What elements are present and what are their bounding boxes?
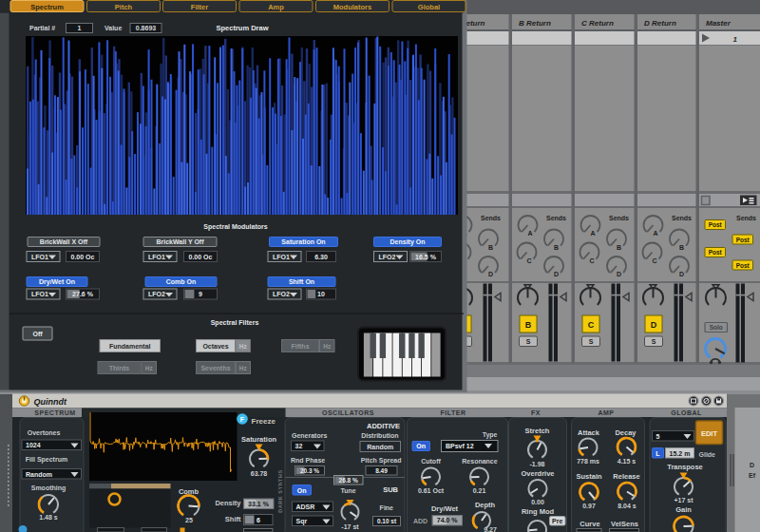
svg-text:27.6 %: 27.6 %	[72, 291, 94, 297]
svg-text:LFO1: LFO1	[148, 254, 165, 260]
svg-text:0.00 Oc: 0.00 Oc	[189, 254, 213, 260]
svg-text:On: On	[297, 487, 307, 494]
svg-text:D: D	[617, 271, 621, 277]
svg-text:10: 10	[317, 291, 325, 297]
svg-text:Sends: Sends	[546, 215, 566, 221]
svg-text:EDIT: EDIT	[701, 429, 718, 438]
svg-text:Pitch: Pitch	[115, 3, 133, 11]
svg-text:Sends: Sends	[609, 215, 629, 221]
svg-text:Hz: Hz	[239, 343, 248, 350]
svg-text:Depth: Depth	[475, 501, 496, 509]
svg-text:Saturation On: Saturation On	[281, 238, 325, 245]
svg-text:Thirds: Thirds	[109, 365, 129, 371]
svg-text:ADSR: ADSR	[296, 504, 315, 510]
svg-text:Quinndt: Quinndt	[34, 397, 67, 407]
svg-text:8.04 s: 8.04 s	[618, 503, 636, 509]
svg-text:16.5 %: 16.5 %	[415, 254, 437, 260]
svg-text:Spectrum: Spectrum	[30, 3, 64, 11]
svg-text:On: On	[416, 443, 426, 449]
svg-text:Post: Post	[736, 262, 750, 269]
svg-text:D: D	[679, 271, 684, 277]
svg-text:FX: FX	[531, 409, 541, 416]
svg-text:Dry/Wet: Dry/Wet	[431, 504, 459, 513]
svg-text:Value: Value	[104, 25, 122, 31]
svg-text:63.78: 63.78	[251, 470, 268, 477]
svg-text:D: D	[651, 320, 657, 330]
svg-text:Octaves: Octaves	[202, 343, 228, 350]
svg-text:Tune: Tune	[340, 487, 355, 494]
svg-text:C Return: C Return	[581, 19, 614, 28]
svg-text:Glide: Glide	[699, 451, 716, 458]
svg-text:-1.98: -1.98	[530, 461, 545, 467]
svg-text:Ef: Ef	[749, 472, 756, 479]
svg-text:LFO2: LFO2	[379, 254, 396, 260]
svg-text:Fill Spectrum: Fill Spectrum	[26, 456, 67, 464]
svg-text:9.27: 9.27	[484, 526, 497, 532]
svg-text:S: S	[526, 338, 531, 345]
svg-text:Hz: Hz	[239, 365, 248, 371]
svg-text:D: D	[488, 271, 493, 277]
svg-text:Sends: Sends	[672, 215, 692, 221]
svg-text:Stretch: Stretch	[525, 427, 550, 435]
svg-text:Distribution: Distribution	[361, 432, 398, 439]
svg-text:Saturation: Saturation	[241, 435, 277, 444]
svg-text:ADD: ADD	[413, 518, 428, 524]
svg-text:15.2 m: 15.2 m	[670, 450, 691, 457]
svg-text:Fifths: Fifths	[291, 343, 309, 350]
svg-text:B: B	[488, 244, 493, 251]
svg-text:Modulators: Modulators	[333, 3, 371, 11]
svg-text:Solo: Solo	[710, 324, 723, 331]
svg-text:Post: Post	[709, 249, 723, 256]
svg-text:1.48 s: 1.48 s	[39, 514, 58, 521]
svg-text:Rnd Phase: Rnd Phase	[291, 457, 325, 464]
svg-text:0.8693: 0.8693	[136, 25, 157, 31]
svg-text:D: D	[554, 271, 559, 277]
svg-text:32: 32	[295, 443, 303, 449]
svg-text:0.00 Oc: 0.00 Oc	[71, 254, 95, 260]
svg-text:778 ms: 778 ms	[577, 458, 599, 465]
svg-text:LFO1: LFO1	[273, 254, 290, 260]
svg-text:C: C	[588, 320, 595, 330]
svg-text:Shift: Shift	[225, 515, 241, 523]
svg-text:6: 6	[256, 517, 260, 523]
svg-text:Hz: Hz	[323, 343, 332, 350]
svg-text:Generators: Generators	[292, 432, 327, 439]
svg-text:Overdrive: Overdrive	[521, 469, 554, 478]
svg-text:Global: Global	[418, 3, 440, 11]
svg-text:Master: Master	[706, 19, 732, 28]
svg-text:Smoothing: Smoothing	[31, 484, 66, 492]
svg-text:0.00: 0.00	[531, 499, 544, 505]
svg-text:C: C	[526, 257, 531, 264]
svg-text:1: 1	[733, 35, 738, 44]
svg-text:Post: Post	[709, 221, 723, 228]
svg-text:0.10 st: 0.10 st	[377, 518, 397, 524]
svg-text:Sends: Sends	[481, 215, 501, 221]
svg-text:Amp: Amp	[268, 3, 284, 11]
svg-text:Attack: Attack	[578, 428, 600, 437]
svg-text:Sevenths: Sevenths	[200, 365, 230, 371]
svg-text:Comb On: Comb On	[166, 278, 197, 285]
svg-text:Density On: Density On	[390, 238, 426, 246]
svg-text:B Return: B Return	[519, 19, 551, 28]
svg-text:S: S	[652, 338, 656, 345]
svg-text:C: C	[652, 257, 656, 264]
svg-text:6.30: 6.30	[314, 254, 328, 260]
svg-text:Density: Density	[215, 499, 241, 507]
svg-text:SUB: SUB	[383, 485, 398, 494]
svg-text:B: B	[679, 244, 684, 251]
svg-text:BrickWall X Off: BrickWall X Off	[40, 238, 88, 245]
svg-text:Spectrum Draw: Spectrum Draw	[216, 24, 268, 32]
svg-text:74.0 %: 74.0 %	[437, 517, 459, 523]
svg-text:BPsvf 12: BPsvf 12	[446, 443, 474, 449]
svg-text:1024: 1024	[26, 442, 41, 448]
svg-text:B: B	[554, 244, 559, 251]
svg-text:8.49: 8.49	[375, 467, 388, 474]
svg-text:-17 st: -17 st	[341, 523, 359, 530]
svg-text:D Return: D Return	[644, 19, 676, 28]
svg-text:Ring Mod: Ring Mod	[522, 507, 555, 516]
svg-text:33.1 %: 33.1 %	[248, 501, 270, 507]
svg-text:Dry/Wet On: Dry/Wet On	[39, 278, 75, 286]
svg-text:Filter: Filter	[191, 3, 208, 11]
svg-text:20.3 %: 20.3 %	[300, 467, 319, 474]
svg-text:LFO1: LFO1	[31, 254, 48, 260]
